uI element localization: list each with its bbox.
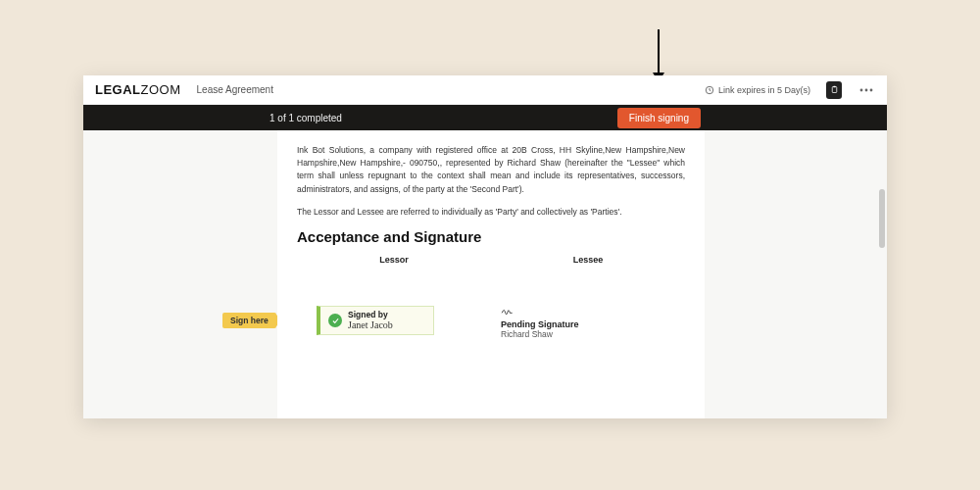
svg-point-6 — [865, 88, 868, 91]
lessee-column: Lessee Pending Signature Richard Shaw — [491, 255, 685, 339]
lessee-label: Lessee — [573, 255, 604, 265]
check-circle-icon — [328, 314, 342, 327]
section-heading: Acceptance and Signature — [297, 228, 685, 245]
progress-status: 1 of 1 completed — [270, 113, 342, 123]
document-paragraph: Ink Bot Solutions, a company with regist… — [297, 144, 685, 196]
pending-signature-label: Pending Signature — [501, 319, 579, 329]
signed-by-label: Signed by — [348, 311, 393, 319]
sign-here-badge[interactable]: Sign here — [222, 313, 276, 328]
document-paragraph: The Lessor and Lessee are referred to in… — [297, 206, 685, 219]
signed-name: Janet Jacob — [348, 319, 393, 330]
brand-logo-bold: LEGAL — [95, 82, 141, 97]
document-page: Ink Bot Solutions, a company with regist… — [277, 130, 705, 418]
signature-columns: Lessor Signed by Janet Jacob Lessee — [297, 255, 685, 339]
document-viewport: Sign here Ink Bot Solutions, a company w… — [83, 130, 887, 418]
pending-signature-box[interactable]: Pending Signature Richard Shaw — [501, 306, 579, 339]
clock-icon — [705, 85, 714, 95]
svg-rect-3 — [832, 87, 837, 93]
app-window: LEGALZOOM Lease Agreement Link expires i… — [83, 75, 887, 418]
more-icon — [859, 88, 873, 92]
brand-logo-light: ZOOM — [141, 82, 181, 97]
svg-point-7 — [870, 88, 873, 91]
link-expiry: Link expires in 5 Day(s) — [705, 85, 810, 95]
lessor-label: Lessor — [379, 255, 409, 265]
top-bar: LEGALZOOM Lease Agreement Link expires i… — [83, 75, 887, 105]
vertical-scrollbar[interactable] — [879, 130, 885, 418]
scrollbar-thumb[interactable] — [879, 189, 885, 248]
clipboard-icon — [830, 84, 839, 95]
link-expiry-text: Link expires in 5 Day(s) — [718, 85, 810, 95]
clipboard-button[interactable] — [826, 81, 842, 99]
more-menu-button[interactable] — [858, 81, 875, 99]
document-tab[interactable]: Lease Agreement — [197, 84, 273, 95]
pending-signer-name: Richard Shaw — [501, 329, 579, 339]
svg-point-5 — [860, 88, 863, 91]
svg-rect-4 — [833, 86, 835, 88]
lessor-column: Lessor Signed by Janet Jacob — [297, 255, 491, 339]
finish-signing-button[interactable]: Finish signing — [617, 108, 701, 128]
progress-bar: 1 of 1 completed Finish signing — [83, 105, 887, 130]
signed-signature-box[interactable]: Signed by Janet Jacob — [317, 306, 434, 335]
brand-logo: LEGALZOOM — [95, 82, 181, 97]
signature-icon — [501, 306, 579, 318]
